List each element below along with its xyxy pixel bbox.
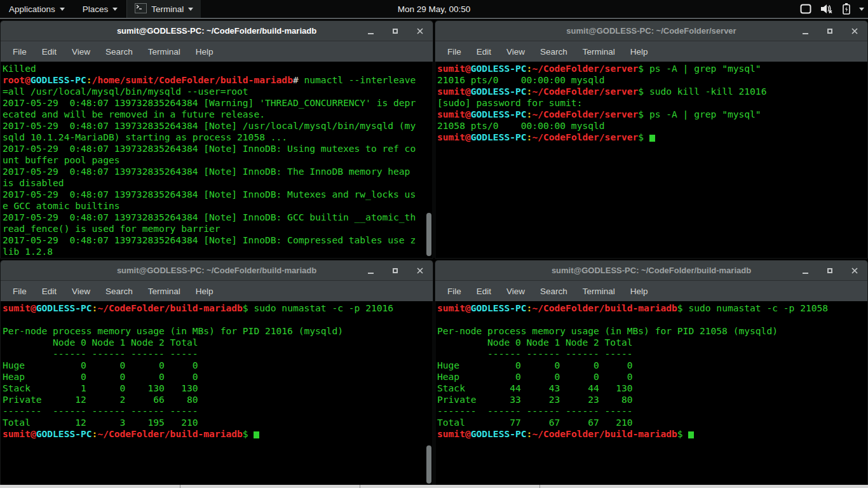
caret-down-icon[interactable] xyxy=(859,8,864,11)
terminal-line: ------- ------ ------ ------ ----- xyxy=(437,405,867,417)
menu-bar: FileEditViewSearchTerminalHelp xyxy=(435,280,867,301)
title-bar[interactable]: sumit@GODLESS-PC: ~/CodeFolder/build-mar… xyxy=(1,261,433,280)
places-menu-label: Places xyxy=(83,4,109,14)
title-bar[interactable]: sumit@GODLESS-PC: ~/CodeFolder/server xyxy=(435,21,867,41)
volume-muted-icon[interactable] xyxy=(820,4,834,14)
terminal-line: 2017-05-29 0:48:07 139732835264384 [Note… xyxy=(3,120,433,132)
taskbar-window-button[interactable]: sumit@GODLESS-PC: ~/CodeFolder/server xyxy=(360,485,539,488)
menu-item-file[interactable]: File xyxy=(6,44,34,60)
menu-item-help[interactable]: Help xyxy=(189,44,220,60)
maximize-button[interactable] xyxy=(826,21,834,41)
terminal-line: sumit@GODLESS-PC:~/CodeFolder/server$ ps… xyxy=(437,63,867,74)
close-button[interactable] xyxy=(851,261,858,280)
terminal-line: sumit@GODLESS-PC:~/CodeFolder/server$ xyxy=(437,132,867,143)
menu-item-help[interactable]: Help xyxy=(623,44,655,60)
menu-item-view[interactable]: View xyxy=(499,283,532,299)
title-bar[interactable]: sumit@GODLESS-PC: ~/CodeFolder/build-mar… xyxy=(1,21,433,41)
minimize-button[interactable] xyxy=(367,21,374,41)
menu-item-help[interactable]: Help xyxy=(189,283,220,299)
taskbar-window-button[interactable]: sumit@GODLESS-PC: ~/CodeFolder/build-mar… xyxy=(539,485,719,488)
battery-charging-icon[interactable] xyxy=(843,3,850,15)
minimize-button[interactable] xyxy=(801,21,809,41)
terminal-line: e GCC atomic builtins xyxy=(3,200,433,212)
menu-item-file[interactable]: File xyxy=(440,44,468,60)
applications-menu-label: Applications xyxy=(9,4,55,14)
terminal-appmenu-label: Terminal xyxy=(151,4,184,14)
terminal-appmenu[interactable]: Terminal xyxy=(127,0,201,18)
terminal-line: 2017-05-29 0:48:07 139732835264384 [Note… xyxy=(3,212,433,223)
maximize-button[interactable] xyxy=(826,261,834,280)
window-icon[interactable] xyxy=(800,4,811,14)
terminal-screen[interactable]: sumit@GODLESS-PC:~/CodeFolder/build-mari… xyxy=(435,301,867,488)
menu-item-edit[interactable]: Edit xyxy=(35,44,64,60)
terminal-line: ------- ------ ------ ------ ----- xyxy=(3,405,433,417)
menu-item-terminal[interactable]: Terminal xyxy=(141,283,187,299)
scrollbar-thumb[interactable] xyxy=(426,445,431,484)
terminal-cursor xyxy=(254,431,259,438)
terminal-line: lib 1.2.8 xyxy=(3,246,433,257)
top-panel: Applications Places Terminal xyxy=(0,0,868,19)
terminal-line: =all /usr/local/mysql/bin/mysqld --user=… xyxy=(3,86,433,97)
menu-item-view[interactable]: View xyxy=(499,44,532,60)
menu-bar: FileEditViewSearchTerminalHelp xyxy=(1,280,433,301)
menu-item-edit[interactable]: Edit xyxy=(470,283,498,299)
places-menu[interactable]: Places xyxy=(74,0,127,18)
title-bar[interactable]: sumit@GODLESS-PC: ~/CodeFolder/build-mar… xyxy=(435,261,867,280)
menu-bar: FileEditViewSearchTerminalHelp xyxy=(1,41,433,62)
minimize-button[interactable] xyxy=(367,261,374,280)
terminal-line: Killed xyxy=(3,63,433,74)
terminal-screen[interactable]: Killedroot@GODLESS-PC:/home/sumit/CodeFo… xyxy=(1,62,433,259)
terminal-line: sumit@GODLESS-PC:~/CodeFolder/server$ ps… xyxy=(437,109,867,120)
menu-item-edit[interactable]: Edit xyxy=(35,283,64,299)
menu-item-search[interactable]: Search xyxy=(98,44,140,60)
menu-item-terminal[interactable]: Terminal xyxy=(576,44,622,60)
terminal-line: Node 0 Node 1 Node 2 Total xyxy=(437,337,867,348)
close-button[interactable] xyxy=(851,21,858,41)
caret-down-icon xyxy=(112,8,118,11)
terminal-line: is disabled xyxy=(3,177,433,189)
minimize-button[interactable] xyxy=(801,261,809,280)
caret-down-icon xyxy=(60,8,65,11)
close-button[interactable] xyxy=(416,21,424,41)
terminal-line: sumit@GODLESS-PC:~/CodeFolder/build-mari… xyxy=(3,428,433,440)
terminal-line: Total 77 67 67 210 xyxy=(437,417,867,428)
taskbar-window-button[interactable] xyxy=(0,485,180,488)
terminal-line: Total 12 3 195 210 xyxy=(3,417,433,428)
menu-item-search[interactable]: Search xyxy=(98,283,140,299)
menu-item-search[interactable]: Search xyxy=(533,283,574,299)
terminal-window-server: sumit@GODLESS-PC: ~/CodeFolder/server Fi… xyxy=(435,20,868,259)
terminal-line: root@GODLESS-PC:/home/sumit/CodeFolder/b… xyxy=(3,74,433,86)
menu-item-view[interactable]: View xyxy=(65,44,97,60)
terminal-screen[interactable]: sumit@GODLESS-PC:~/CodeFolder/server$ ps… xyxy=(435,62,867,259)
menu-item-search[interactable]: Search xyxy=(533,44,574,60)
status-area[interactable] xyxy=(800,0,864,18)
menu-item-file[interactable]: File xyxy=(440,283,468,299)
maximize-button[interactable] xyxy=(391,21,399,41)
terminal-line: ------ ------ ------ ----- xyxy=(437,348,867,360)
maximize-button[interactable] xyxy=(391,261,399,280)
terminal-line: Stack 1 0 130 130 xyxy=(3,383,433,394)
menu-bar: FileEditViewSearchTerminalHelp xyxy=(435,41,867,62)
menu-item-view[interactable]: View xyxy=(65,283,97,299)
menu-item-help[interactable]: Help xyxy=(623,283,655,299)
clock[interactable]: Mon 29 May, 00:50 xyxy=(391,0,477,18)
scrollbar-thumb[interactable] xyxy=(426,213,431,256)
terminal-line: 2017-05-29 0:48:07 139732835264384 [Note… xyxy=(3,189,433,200)
terminal-line: 21016 pts/0 00:00:00 mysqld xyxy=(437,74,867,86)
terminal-line: sqld 10.1.24-MariaDB) starting as proces… xyxy=(3,132,433,143)
terminal-line: Private 33 23 23 80 xyxy=(437,394,867,405)
terminal-line: ------ ------ ------ ----- xyxy=(3,348,433,360)
terminal-line: 2017-05-29 0:48:07 139732835264384 [Note… xyxy=(3,143,433,154)
terminal-line: Per-node process memory usage (in MBs) f… xyxy=(3,325,433,337)
menu-item-edit[interactable]: Edit xyxy=(470,44,498,60)
applications-menu[interactable]: Applications xyxy=(0,0,74,18)
caret-down-icon xyxy=(188,8,193,11)
terminal-screen[interactable]: sumit@GODLESS-PC:~/CodeFolder/build-mari… xyxy=(1,301,433,488)
close-button[interactable] xyxy=(416,261,424,280)
terminal-line: Node 0 Node 1 Node 2 Total xyxy=(3,337,433,348)
menu-item-terminal[interactable]: Terminal xyxy=(576,283,622,299)
menu-item-terminal[interactable]: Terminal xyxy=(141,44,187,60)
menu-item-file[interactable]: File xyxy=(6,283,34,299)
taskbar-window-button[interactable]: sumit@GODLESS-PC: ~/CodeFolder/build-mar… xyxy=(180,485,360,488)
terminal-line: Huge 0 0 0 0 xyxy=(3,360,433,371)
